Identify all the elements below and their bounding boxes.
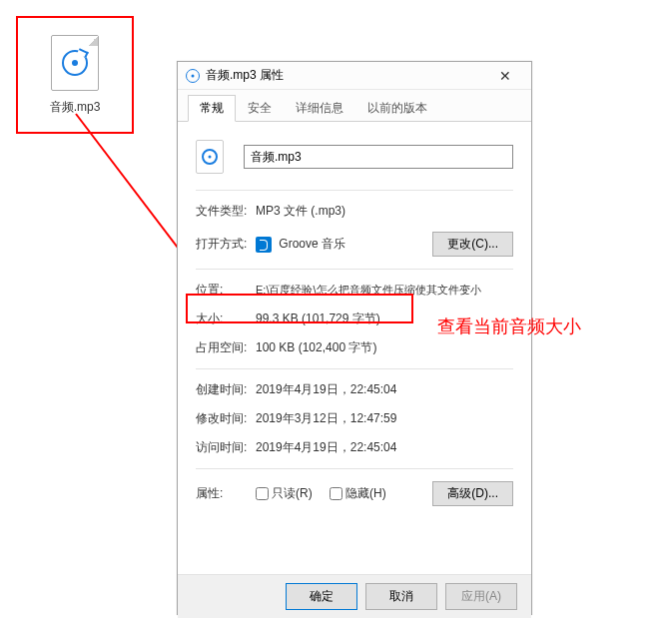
hidden-input[interactable] <box>330 487 342 500</box>
accessed-label: 访问时间: <box>196 439 256 456</box>
hidden-checkbox[interactable]: 隐藏(H) <box>330 485 386 502</box>
readonly-input[interactable] <box>256 487 269 500</box>
modified-value: 2019年3月12日，12:47:59 <box>256 410 513 427</box>
attributes-value: 只读(R) 隐藏(H) <box>256 485 432 503</box>
tab-content: 文件类型: MP3 文件 (.mp3) 打开方式: Groove 音乐 更改(C… <box>178 122 531 574</box>
disk-size-value: 100 KB (102,400 字节) <box>256 339 513 356</box>
attributes-label: 属性: <box>196 485 256 502</box>
tab-strip: 常规 安全 详细信息 以前的版本 <box>178 90 531 122</box>
tab-details[interactable]: 详细信息 <box>284 95 355 122</box>
file-type-label: 文件类型: <box>196 203 256 220</box>
mp3-file-icon <box>196 140 224 174</box>
apply-button[interactable]: 应用(A) <box>445 583 517 610</box>
filename-input[interactable] <box>244 145 513 169</box>
tab-security[interactable]: 安全 <box>236 95 284 122</box>
properties-dialog: 音频.mp3 属性 ✕ 常规 安全 详细信息 以前的版本 文件类型: MP3 文… <box>177 61 532 615</box>
file-label: 音频.mp3 <box>50 99 101 116</box>
size-value: 99.3 KB (101,729 字节) <box>256 311 513 327</box>
desktop-file[interactable]: 音频.mp3 <box>16 16 134 134</box>
open-with-label: 打开方式: <box>196 236 256 253</box>
created-label: 创建时间: <box>196 381 256 398</box>
open-with-text: Groove 音乐 <box>279 237 345 251</box>
location-label: 位置: <box>196 282 256 299</box>
file-type-value: MP3 文件 (.mp3) <box>256 203 513 220</box>
close-icon[interactable]: ✕ <box>485 62 525 90</box>
open-with-value: Groove 音乐 <box>256 236 432 253</box>
location-value: E:\百度经验\怎么把音频文件压缩使其文件变小 <box>256 283 513 298</box>
readonly-checkbox[interactable]: 只读(R) <box>256 485 313 502</box>
cancel-button[interactable]: 取消 <box>365 583 437 610</box>
tab-general[interactable]: 常规 <box>188 95 236 122</box>
hidden-label: 隐藏(H) <box>345 485 386 502</box>
readonly-label: 只读(R) <box>272 485 313 502</box>
groove-music-icon <box>256 237 272 253</box>
change-button[interactable]: 更改(C)... <box>432 232 513 257</box>
tab-previous-versions[interactable]: 以前的版本 <box>355 95 439 122</box>
disc-icon <box>186 69 200 83</box>
modified-label: 修改时间: <box>196 410 256 427</box>
size-label: 大小: <box>196 311 256 327</box>
titlebar: 音频.mp3 属性 ✕ <box>178 62 531 90</box>
button-bar: 确定 取消 应用(A) <box>178 574 531 618</box>
advanced-button[interactable]: 高级(D)... <box>432 481 513 506</box>
dialog-title: 音频.mp3 属性 <box>206 67 284 84</box>
disk-size-label: 占用空间: <box>196 339 256 356</box>
created-value: 2019年4月19日，22:45:04 <box>256 381 513 398</box>
ok-button[interactable]: 确定 <box>286 583 357 610</box>
accessed-value: 2019年4月19日，22:45:04 <box>256 439 513 456</box>
disc-icon <box>62 50 88 76</box>
mp3-file-icon <box>51 35 99 91</box>
